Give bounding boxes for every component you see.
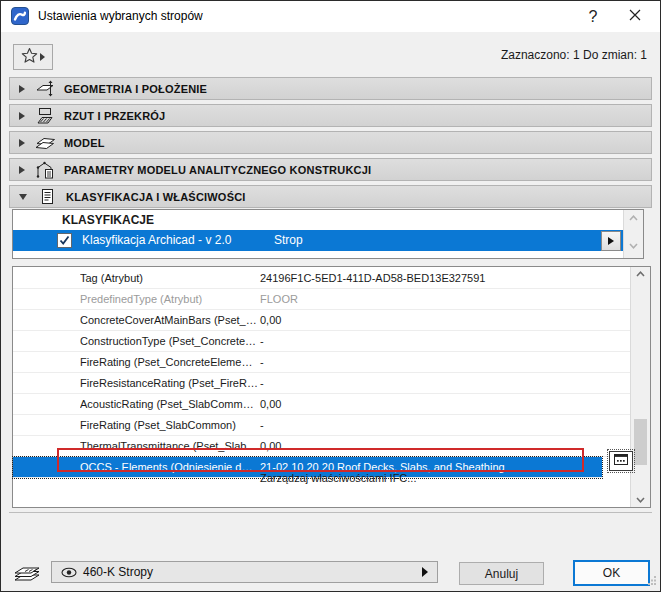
archicad-logo-icon	[11, 7, 29, 25]
property-value: 0,00	[260, 436, 281, 456]
classification-row[interactable]: Klasyfikacja Archicad - v 2.0 Strop	[13, 230, 623, 251]
property-value: 0,00	[260, 310, 281, 330]
cancel-button[interactable]: Anuluj	[459, 562, 544, 585]
expand-arrow-icon	[608, 237, 614, 245]
classifications-panel: KLASYFIKACJE Klasyfikacja Archicad - v 2…	[12, 209, 644, 259]
plan-section-icon	[33, 106, 57, 125]
layer-selector[interactable]: 460-K Stropy	[51, 561, 438, 583]
browse-icon	[614, 454, 628, 468]
property-label: FireRating (Pset_SlabCommon)	[80, 415, 258, 435]
settings-sections: GEOMETRIA I POŁOŻENIE RZUT I PRZEKRÓJ MO…	[9, 77, 652, 212]
expand-arrow-icon	[19, 139, 25, 147]
layers-icon	[12, 560, 42, 587]
selection-status: Zaznaczono: 1 Do zmian: 1	[501, 48, 647, 62]
property-row[interactable]: Tag (Atrybut) 24196F1C-5ED1-411D-AD58-BE…	[13, 268, 631, 289]
ok-button[interactable]: OK	[573, 560, 650, 586]
resize-grip-icon[interactable]	[647, 574, 657, 588]
star-icon	[21, 47, 38, 67]
scrollbar-down-button[interactable]	[631, 497, 650, 503]
scrollbar-thumb[interactable]	[634, 419, 647, 465]
property-label: PredefinedType (Atrybut)	[80, 289, 258, 309]
classification-scrollbar[interactable]	[623, 210, 643, 258]
manage-ifc-properties-link[interactable]: Zarządzaj właściwościami IFC...	[260, 468, 416, 488]
footer-separator	[9, 512, 652, 513]
property-value: -	[260, 352, 264, 372]
classifications-header: KLASYFIKACJE	[62, 213, 154, 227]
classification-checkbox[interactable]	[57, 233, 72, 248]
favorites-expand-icon	[40, 53, 45, 61]
section-header-geometria-i-polozenie[interactable]: GEOMETRIA I POŁOŻENIE	[9, 77, 652, 100]
classification-value: Strop	[274, 230, 303, 251]
property-value: -	[260, 373, 264, 393]
manage-row: Zarządzaj właściwościami IFC...	[13, 468, 631, 488]
property-row[interactable]: ConstructionType (Pset_ConcreteEle... -	[13, 331, 631, 352]
model-icon	[33, 134, 57, 151]
scrollbar-up-button[interactable]	[624, 215, 643, 221]
eye-icon	[61, 567, 77, 581]
property-label: FireResistanceRating (Pset_FireRatin...	[80, 373, 258, 393]
analytical-model-icon	[33, 161, 57, 179]
property-row[interactable]: FireResistanceRating (Pset_FireRatin... …	[13, 373, 631, 394]
favorites-button[interactable]	[13, 44, 53, 70]
property-value: 24196F1C-5ED1-411D-AD58-BED13E327591	[260, 268, 485, 288]
property-row[interactable]: ConcreteCoverAtMainBars (Pset_Con... 0,0…	[13, 310, 631, 331]
property-row[interactable]: AcousticRating (Pset_SlabCommon) 0,00	[13, 394, 631, 415]
classification-name: Klasyfikacja Archicad - v 2.0	[82, 230, 231, 251]
property-label: ConcreteCoverAtMainBars (Pset_Con...	[80, 310, 258, 330]
property-list: Tag (Atrybut) 24196F1C-5ED1-411D-AD58-BE…	[13, 268, 631, 478]
property-row[interactable]: PredefinedType (Atrybut) FLOOR	[13, 289, 631, 310]
property-label: FireRating (Pset_ConcreteElementGe...	[80, 352, 258, 372]
property-value: -	[260, 415, 264, 435]
property-value: 0,00	[260, 394, 281, 414]
property-row[interactable]: ThermalTransmittance (Pset_SlabCo... 0,0…	[13, 436, 631, 457]
property-label: ConstructionType (Pset_ConcreteEle...	[80, 331, 258, 351]
section-header-klasyfikacja-i-wlasciwosci[interactable]: KLASYFIKACJA I WŁAŚCIWOŚCI	[9, 185, 652, 208]
scrollbar-up-button[interactable]	[631, 271, 650, 277]
section-header-rzut-i-przekroj[interactable]: RZUT I PRZEKRÓJ	[9, 104, 652, 127]
layer-name: 460-K Stropy	[83, 562, 153, 582]
collapse-arrow-icon	[19, 194, 27, 200]
expand-arrow-icon	[19, 85, 25, 93]
expand-arrow-icon	[19, 112, 25, 120]
geometry-icon	[33, 79, 57, 98]
close-button[interactable]	[618, 1, 652, 32]
layer-expand-icon	[422, 567, 428, 577]
properties-scrollbar[interactable]	[630, 267, 650, 507]
close-icon	[629, 9, 641, 24]
classification-expand-button[interactable]	[601, 231, 621, 251]
property-label: AcousticRating (Pset_SlabCommon)	[80, 394, 258, 414]
property-row[interactable]: FireRating (Pset_ConcreteElementGe... -	[13, 352, 631, 373]
section-header-model[interactable]: MODEL	[9, 131, 652, 154]
scrollbar-down-button[interactable]	[624, 243, 643, 249]
property-row[interactable]: FireRating (Pset_SlabCommon) -	[13, 415, 631, 436]
browse-button[interactable]	[609, 451, 633, 471]
help-button[interactable]: ?	[576, 1, 610, 32]
title-bar[interactable]: Ustawienia wybranych stropów ?	[1, 1, 660, 32]
expand-arrow-icon	[19, 166, 25, 174]
property-value: FLOOR	[260, 289, 298, 309]
properties-panel: Tag (Atrybut) 24196F1C-5ED1-411D-AD58-BE…	[12, 266, 651, 508]
property-value: -	[260, 331, 264, 351]
classification-icon	[35, 188, 59, 205]
property-label: ThermalTransmittance (Pset_SlabCo...	[80, 436, 258, 456]
window-title: Ustawienia wybranych stropów	[38, 1, 203, 32]
slab-settings-dialog: Ustawienia wybranych stropów ? Zaznaczon…	[0, 0, 661, 592]
section-header-parametry-modelu-analitycznego-konstrukcji[interactable]: PARAMETRY MODELU ANALITYCZNEGO KONSTRUKC…	[9, 158, 652, 181]
property-label: Tag (Atrybut)	[80, 268, 258, 288]
